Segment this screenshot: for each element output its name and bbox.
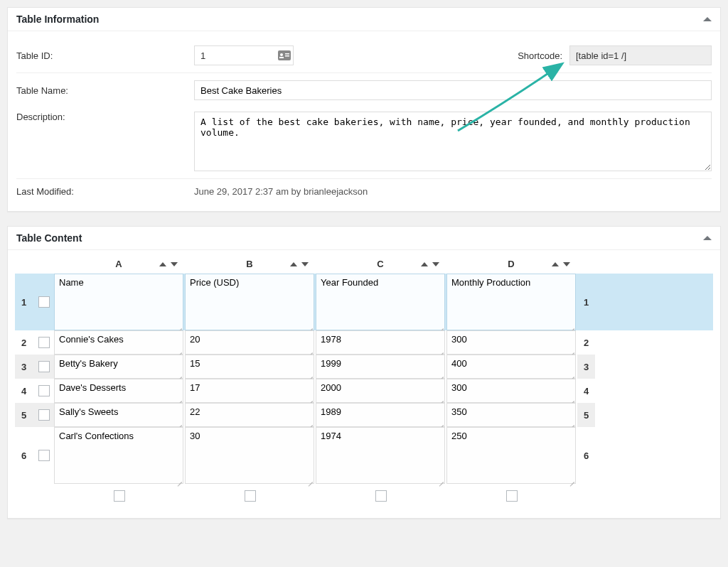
row-select-checkbox[interactable] (38, 385, 50, 396)
sort-desc-icon[interactable] (563, 262, 570, 266)
cell-input[interactable] (185, 427, 314, 484)
collapse-icon[interactable] (703, 17, 712, 21)
cell-input[interactable] (316, 403, 445, 427)
cell-input[interactable] (316, 355, 445, 379)
table-row: 22 (15, 330, 713, 355)
cell-input[interactable] (185, 403, 314, 427)
row-number-right[interactable]: 3 (577, 355, 595, 379)
input-description[interactable] (194, 112, 712, 171)
row-number-right[interactable]: 4 (577, 379, 595, 403)
panel-header-table-content[interactable]: Table Content (8, 227, 720, 250)
cell-input[interactable] (54, 274, 183, 330)
sort-asc-icon[interactable] (290, 262, 297, 266)
sort-desc-icon[interactable] (301, 262, 309, 266)
panel-table-content: Table Content A B C D 112233445566 (7, 226, 721, 519)
column-select-c[interactable] (375, 490, 387, 502)
cell-input[interactable] (316, 427, 445, 484)
cell-input[interactable] (185, 379, 314, 403)
row-number-left[interactable]: 3 (15, 355, 33, 379)
row-number-left[interactable]: 1 (15, 274, 33, 330)
id-card-icon (278, 50, 291, 60)
column-select-a[interactable] (114, 490, 125, 502)
sort-asc-icon[interactable] (552, 262, 559, 266)
label-table-name: Table Name: (16, 85, 194, 96)
column-checkbox-row (54, 488, 695, 504)
svg-point-1 (280, 53, 283, 56)
row-number-left[interactable]: 5 (15, 403, 33, 427)
shortcode-value[interactable]: [table id=1 /] (569, 45, 712, 65)
cell-input[interactable] (316, 330, 445, 355)
input-table-name[interactable] (194, 80, 712, 100)
sort-desc-icon[interactable] (171, 262, 178, 266)
column-header-c[interactable]: C (316, 256, 445, 272)
svg-rect-4 (285, 55, 289, 57)
row-number-right[interactable]: 2 (577, 330, 595, 355)
cell-input[interactable] (185, 355, 314, 379)
cell-input[interactable] (54, 403, 183, 427)
label-description: Description: (16, 112, 194, 122)
cell-input[interactable] (54, 330, 183, 355)
cell-input[interactable] (446, 355, 576, 379)
cell-input[interactable] (54, 427, 183, 484)
panel-table-information: Table Information Table ID: Shortcode: [… (7, 7, 721, 212)
panel-header-table-information[interactable]: Table Information (8, 8, 720, 31)
row-select-checkbox[interactable] (38, 361, 50, 372)
column-header-b[interactable]: B (185, 256, 314, 272)
row-number-right[interactable]: 1 (577, 274, 595, 330)
cell-input[interactable] (185, 274, 314, 330)
label-shortcode: Shortcode: (518, 50, 562, 61)
last-modified-value: June 29, 2017 2:37 am by brianleejackson (194, 186, 368, 197)
row-select-checkbox[interactable] (38, 450, 50, 461)
cell-input[interactable] (185, 330, 314, 355)
label-table-id: Table ID: (16, 50, 194, 61)
table-row: 55 (15, 403, 713, 427)
cell-input[interactable] (316, 379, 445, 403)
row-number-left[interactable]: 4 (15, 379, 33, 403)
svg-rect-3 (285, 53, 289, 55)
panel-title: Table Content (16, 232, 82, 244)
column-header-row: A B C D (54, 256, 695, 272)
row-select-checkbox[interactable] (38, 409, 50, 421)
cell-input[interactable] (316, 274, 445, 330)
cell-input[interactable] (446, 379, 576, 403)
table-row: 11 (15, 274, 713, 330)
sort-asc-icon[interactable] (421, 262, 428, 266)
row-select-checkbox[interactable] (38, 337, 50, 348)
cell-input[interactable] (54, 355, 183, 379)
column-select-d[interactable] (506, 490, 518, 502)
table-row: 66 (15, 427, 713, 484)
column-header-d[interactable]: D (446, 256, 576, 272)
sort-desc-icon[interactable] (432, 262, 439, 266)
sort-asc-icon[interactable] (159, 262, 166, 266)
row-number-left[interactable]: 6 (15, 427, 33, 484)
collapse-icon[interactable] (703, 236, 712, 240)
column-header-a[interactable]: A (54, 256, 183, 272)
column-select-b[interactable] (245, 490, 256, 502)
table-row: 44 (15, 379, 713, 403)
cell-input[interactable] (446, 427, 576, 484)
row-select-checkbox[interactable] (38, 296, 50, 308)
cell-input[interactable] (446, 330, 576, 355)
row-number-left[interactable]: 2 (15, 330, 33, 355)
row-number-right[interactable]: 5 (577, 403, 595, 427)
panel-title: Table Information (16, 14, 99, 25)
svg-rect-2 (279, 57, 284, 58)
cell-input[interactable] (446, 274, 576, 330)
cell-input[interactable] (446, 403, 576, 427)
label-last-modified: Last Modified: (16, 186, 194, 197)
row-number-right[interactable]: 6 (577, 427, 595, 484)
table-row: 33 (15, 355, 713, 379)
cell-input[interactable] (54, 379, 183, 403)
